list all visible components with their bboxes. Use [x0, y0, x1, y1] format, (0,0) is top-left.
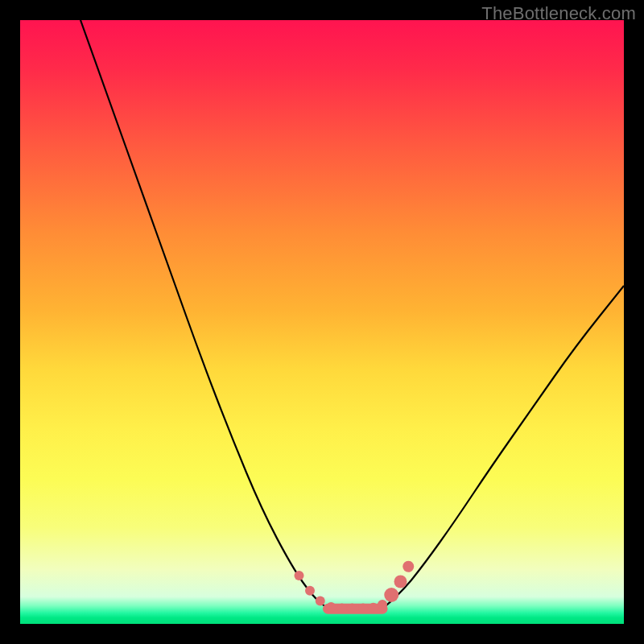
marker-dot	[394, 576, 407, 588]
marker-dot	[316, 597, 325, 606]
marker-dot	[358, 604, 368, 613]
marker-dot	[337, 604, 347, 613]
marker-dot	[295, 571, 304, 580]
marker-dot	[384, 588, 398, 602]
marker-dot	[305, 586, 315, 596]
right-curve	[382, 286, 624, 609]
marker-dot	[326, 602, 336, 612]
left-curve	[80, 20, 328, 609]
watermark-text: TheBottleneck.com	[481, 3, 636, 24]
outer-frame: TheBottleneck.com	[0, 0, 644, 644]
pink-markers	[295, 561, 415, 613]
marker-dot	[369, 603, 378, 613]
marker-dot	[402, 561, 414, 572]
marker-dot	[348, 604, 357, 613]
chart-svg	[20, 20, 624, 624]
marker-dot	[378, 600, 387, 609]
plot-area	[20, 20, 624, 624]
